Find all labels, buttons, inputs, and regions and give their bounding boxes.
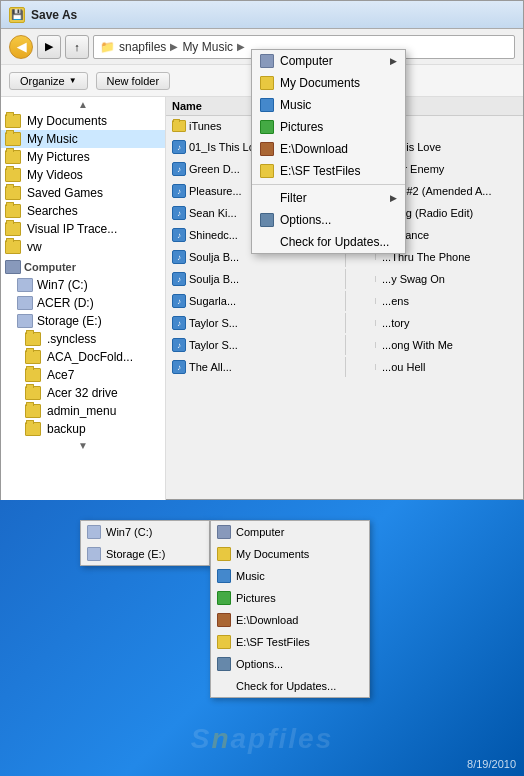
sidebar-item-vw[interactable]: vw <box>1 238 165 256</box>
bottom-menu-music[interactable]: Music <box>211 565 369 587</box>
sidebar-label: Storage (E:) <box>37 314 102 328</box>
bottom-menu-row: Win7 (C:) Storage (E:) Computer My Docum… <box>80 520 430 698</box>
sidebar-label: My Pictures <box>27 150 90 164</box>
folder-icon <box>25 404 41 418</box>
save-as-dialog: 💾 Save As ◀ ▶ ↑ 📁 snapfiles ▶ My Music ▶… <box>0 0 524 500</box>
menu-item-music[interactable]: Music <box>252 97 405 116</box>
file-row[interactable]: ♪ Taylor S... ...ong With Me <box>166 334 523 356</box>
bottom-menu-storagee[interactable]: Storage (E:) <box>81 543 209 565</box>
new-folder-button[interactable]: New folder <box>96 72 171 90</box>
file-music-icon: ♪ <box>172 360 186 374</box>
file-name: Shinedc... <box>189 229 238 241</box>
folder-icon <box>5 168 21 182</box>
sidebar-label: My Videos <box>27 168 83 182</box>
spacer-icon <box>260 191 274 205</box>
breadcrumb-mymusic[interactable]: My Music <box>182 40 233 54</box>
sidebar-label: My Documents <box>27 114 107 128</box>
file-num <box>346 342 376 348</box>
file-music-icon: ♪ <box>172 294 186 308</box>
sidebar-item-searches[interactable]: Searches <box>1 202 165 220</box>
bottom-menu-win7c[interactable]: Win7 (C:) <box>81 521 209 543</box>
sidebar-item-ace7[interactable]: Ace7 <box>1 366 165 384</box>
file-name: iTunes <box>189 120 222 132</box>
sidebar-label: admin_menu <box>47 404 116 418</box>
sidebar-item-mymusic[interactable]: My Music <box>1 130 165 148</box>
sidebar-label: .syncless <box>47 332 96 346</box>
menu-item-options[interactable]: Options... <box>252 209 405 231</box>
forward-button[interactable]: ▶ <box>37 35 61 59</box>
sidebar-section-computer: Computer <box>1 256 165 276</box>
up-button[interactable]: ↑ <box>65 35 89 59</box>
breadcrumb-snapfiles[interactable]: snapfiles <box>119 40 166 54</box>
file-title: ...ens <box>376 292 523 310</box>
sidebar-item-adminmenu[interactable]: admin_menu <box>1 402 165 420</box>
computer-icon <box>217 525 231 539</box>
sidebar-item-myvideos[interactable]: My Videos <box>1 166 165 184</box>
scroll-down[interactable]: ▼ <box>1 438 165 453</box>
bottom-menu-checkupdates[interactable]: Check for Updates... <box>211 675 369 697</box>
file-row[interactable]: ♪ The All... ...ou Hell <box>166 356 523 378</box>
sidebar-item-acer32[interactable]: Acer 32 drive <box>1 384 165 402</box>
bottom-menu-options[interactable]: Options... <box>211 653 369 675</box>
folder-icon <box>5 222 21 236</box>
sidebar-label: Ace7 <box>47 368 74 382</box>
download-icon <box>260 142 274 156</box>
back-button[interactable]: ◀ <box>9 35 33 59</box>
file-music-icon: ♪ <box>172 250 186 264</box>
sidebar-label: backup <box>47 422 86 436</box>
sidebar-item-mydocuments[interactable]: My Documents <box>1 112 165 130</box>
organize-button[interactable]: Organize ▼ <box>9 72 88 90</box>
menu-item-edownload[interactable]: E:\Download <box>252 138 405 160</box>
breadcrumb-sep2: ▶ <box>237 41 245 52</box>
folder-icon <box>5 204 21 218</box>
menu-item-checkupdates[interactable]: Check for Updates... <box>252 231 405 253</box>
computer-icon <box>5 260 21 274</box>
file-name: Taylor S... <box>189 339 238 351</box>
title-bar: 💾 Save As <box>1 1 523 29</box>
bottom-menu-edownload[interactable]: E:\Download <box>211 609 369 631</box>
file-music-icon: ♪ <box>172 338 186 352</box>
scroll-up[interactable]: ▲ <box>1 97 165 112</box>
sidebar-item-win7c[interactable]: Win7 (C:) <box>1 276 165 294</box>
file-row[interactable]: ♪ Taylor S... ...tory <box>166 312 523 334</box>
menu-item-esftestfiles[interactable]: E:\SF TestFiles <box>252 160 405 182</box>
sidebar-item-acerd[interactable]: ACER (D:) <box>1 294 165 312</box>
file-row[interactable]: ♪ Soulja B... ...y Swag On <box>166 268 523 290</box>
folder-icon <box>217 547 231 561</box>
menu-label: Options... <box>236 658 283 670</box>
sidebar-label: Visual IP Trace... <box>27 222 117 236</box>
sidebar-item-visualiptrace[interactable]: Visual IP Trace... <box>1 220 165 238</box>
sidebar-item-savedgames[interactable]: Saved Games <box>1 184 165 202</box>
menu-label: E:\SF TestFiles <box>280 164 360 178</box>
file-title: ...y Swag On <box>376 270 523 288</box>
bottom-menu-pictures[interactable]: Pictures <box>211 587 369 609</box>
sidebar-label: Searches <box>27 204 78 218</box>
sidebar-item-acadoc[interactable]: ACA_DocFold... <box>1 348 165 366</box>
file-row[interactable]: ♪ Sugarla... ...ens <box>166 290 523 312</box>
sidebar-item-backup[interactable]: backup <box>1 420 165 438</box>
folder-icon <box>5 240 21 254</box>
sidebar-item-storagee[interactable]: Storage (E:) <box>1 312 165 330</box>
sidebar-item-mypictures[interactable]: My Pictures <box>1 148 165 166</box>
menu-label: My Documents <box>236 548 309 560</box>
bottom-menu-computer[interactable]: Computer <box>211 521 369 543</box>
computer-label: Computer <box>24 261 76 273</box>
menu-item-filter[interactable]: Filter ▶ <box>252 187 405 209</box>
menu-label: E:\Download <box>280 142 348 156</box>
options-icon <box>217 657 231 671</box>
breadcrumb-part1: 📁 <box>100 40 115 54</box>
file-name: Sugarla... <box>189 295 236 307</box>
bottom-menu-mydocuments[interactable]: My Documents <box>211 543 369 565</box>
file-title: ...ou Hell <box>376 358 523 376</box>
bottom-menu-esftestfiles[interactable]: E:\SF TestFiles <box>211 631 369 653</box>
folder-icon <box>25 368 41 382</box>
sidebar-label: Acer 32 drive <box>47 386 118 400</box>
sidebar-label: vw <box>27 240 42 254</box>
menu-item-pictures[interactable]: Pictures <box>252 116 405 138</box>
sidebar-item-syncless[interactable]: .syncless <box>1 330 165 348</box>
file-name: Soulja B... <box>189 273 239 285</box>
organize-arrow: ▼ <box>69 76 77 85</box>
music-icon <box>217 569 231 583</box>
folder-icon <box>5 132 21 146</box>
picture-icon <box>260 120 274 134</box>
